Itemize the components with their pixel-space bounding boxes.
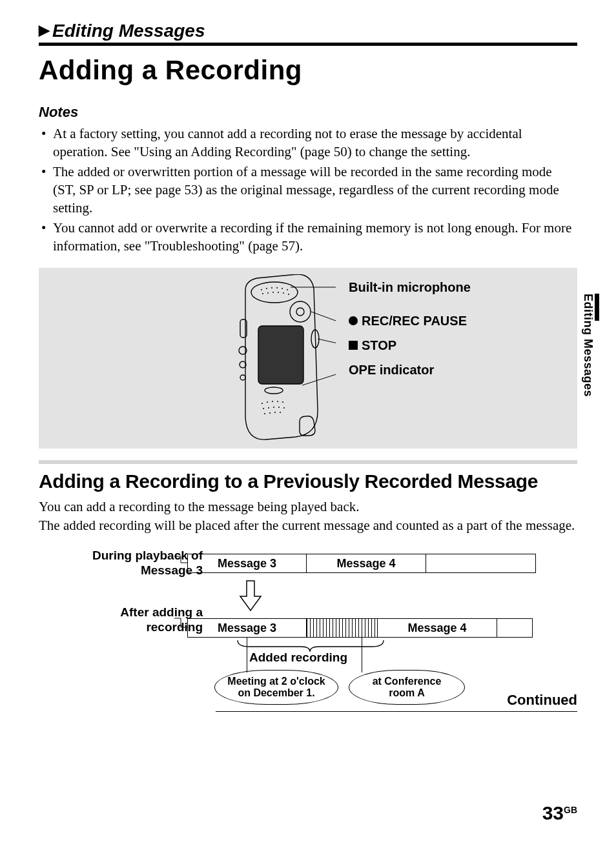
svg-point-27 — [268, 407, 269, 409]
note-item: The added or overwritten portion of a me… — [39, 163, 577, 217]
svg-point-30 — [283, 407, 285, 409]
svg-point-25 — [282, 401, 283, 403]
svg-point-6 — [287, 289, 288, 290]
svg-point-35 — [265, 387, 283, 394]
svg-point-5 — [282, 288, 283, 289]
svg-point-3 — [271, 287, 272, 288]
svg-point-26 — [263, 408, 264, 409]
bubble-connector — [247, 638, 247, 672]
stop-square-icon — [349, 341, 358, 350]
svg-point-1 — [261, 289, 262, 290]
svg-point-9 — [272, 292, 274, 293]
note-item: At a factory setting, you cannot add a r… — [39, 125, 577, 161]
diagram-row-after: Message 3 Message 4 — [187, 618, 533, 638]
svg-point-12 — [288, 294, 289, 295]
svg-point-2 — [266, 288, 267, 289]
message-diagram: During playback of Message 3 After addin… — [39, 549, 577, 729]
segment-msg4: Message 4 — [307, 554, 426, 573]
page-title: Adding a Recording — [39, 55, 577, 86]
svg-point-31 — [264, 413, 265, 414]
segment-msg3: Message 3 — [187, 618, 307, 638]
segment-added — [307, 618, 378, 638]
arrow-down-icon — [238, 580, 263, 613]
page-number-suffix: GB — [564, 805, 577, 815]
subheading: Adding a Recording to a Previously Recor… — [39, 470, 577, 492]
svg-line-38 — [318, 339, 336, 345]
notes-heading: Notes — [39, 104, 577, 121]
svg-rect-20 — [258, 326, 303, 384]
svg-point-21 — [262, 403, 263, 404]
body-paragraph: You can add a recording to the message b… — [39, 498, 577, 534]
svg-point-14 — [296, 308, 304, 316]
callout-rec: REC/REC PAUSE — [349, 314, 471, 327]
notes-list: At a factory setting, you cannot add a r… — [39, 125, 577, 255]
svg-point-13 — [290, 301, 311, 322]
svg-point-11 — [283, 292, 284, 294]
device-illustration-panel: Built-in microphone REC/REC PAUSE STOP O… — [39, 268, 577, 449]
svg-point-8 — [267, 292, 269, 294]
side-tab-text: Editing Messages — [582, 294, 595, 397]
svg-point-29 — [278, 407, 280, 408]
svg-point-24 — [277, 401, 278, 402]
svg-point-28 — [273, 407, 274, 408]
svg-line-39 — [302, 371, 336, 385]
svg-point-18 — [240, 375, 245, 380]
added-recording-label: Added recording — [249, 651, 347, 665]
svg-point-23 — [272, 401, 273, 402]
svg-point-0 — [251, 282, 298, 303]
section-header: ▶ Editing Messages — [39, 21, 577, 46]
section-header-text: Editing Messages — [52, 21, 205, 41]
side-tab: Editing Messages — [585, 294, 599, 397]
svg-point-7 — [262, 293, 263, 294]
svg-point-4 — [276, 287, 278, 288]
segment-msg3: Message 3 — [187, 554, 307, 573]
callout-ope-text: OPE indicator — [349, 363, 434, 376]
segment-empty — [426, 554, 536, 573]
callout-rec-text: REC/REC PAUSE — [362, 314, 467, 327]
svg-point-22 — [267, 401, 268, 403]
bubble-connector — [362, 638, 362, 672]
speech-bubble-2: at Conference room A — [349, 670, 465, 705]
divider — [39, 460, 577, 464]
svg-point-34 — [280, 412, 281, 413]
speech-bubble-1: Meeting at 2 o'clock on December 1. — [214, 670, 338, 705]
page-number: 33GB — [542, 802, 577, 824]
page-number-value: 33 — [542, 802, 564, 823]
diagram-row-before: Message 3 Message 4 — [187, 554, 536, 573]
svg-point-32 — [269, 412, 271, 414]
device-illustration — [200, 274, 336, 442]
callout-mic-text: Built-in microphone — [349, 281, 471, 294]
note-item: You cannot add or overwrite a recording … — [39, 219, 577, 256]
brace-icon — [236, 639, 385, 652]
continued-label: Continued — [507, 692, 577, 711]
segment-msg4: Message 4 — [378, 618, 497, 638]
triangle-icon: ▶ — [39, 22, 50, 39]
callout-stop: STOP — [349, 339, 471, 352]
callout-stop-text: STOP — [362, 339, 396, 352]
side-tab-bar — [595, 294, 599, 321]
svg-point-10 — [278, 292, 279, 293]
segment-tail — [497, 618, 533, 638]
callout-ope: OPE indicator — [349, 363, 471, 376]
svg-point-33 — [274, 412, 276, 413]
callout-group: Built-in microphone REC/REC PAUSE STOP O… — [349, 281, 471, 388]
record-dot-icon — [349, 316, 358, 325]
callout-mic: Built-in microphone — [349, 281, 471, 294]
continued-rule — [216, 711, 577, 712]
